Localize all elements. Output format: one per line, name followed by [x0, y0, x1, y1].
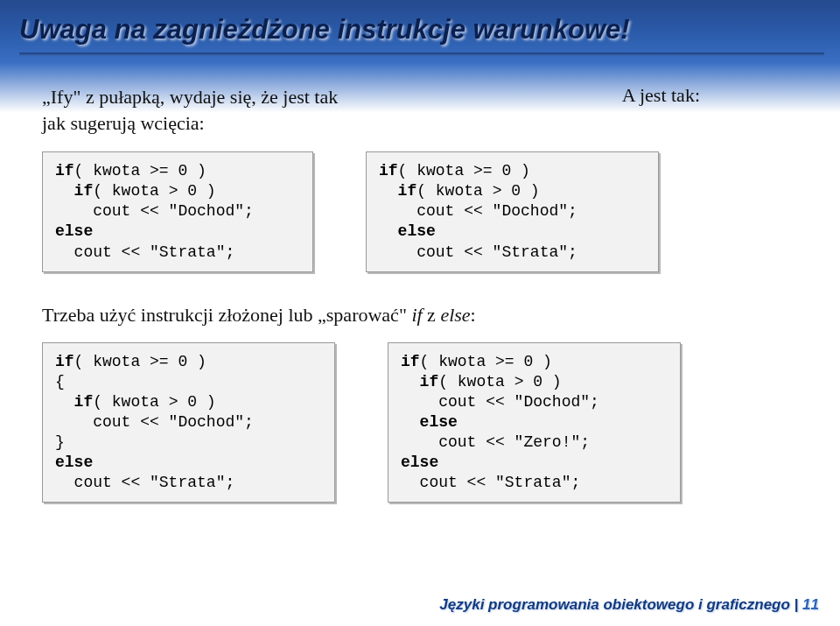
- kw-else: else: [401, 413, 458, 431]
- code-text: ( kwota > 0 ): [93, 182, 215, 200]
- code-text: cout << "Strata";: [401, 474, 580, 491]
- code-box-trap: if( kwota >= 0 ) if( kwota > 0 ) cout <<…: [42, 151, 313, 271]
- kw-else: else: [379, 222, 436, 240]
- kw-else: else: [401, 454, 438, 471]
- slide-footer: Języki programowania obiektowego i grafi…: [439, 596, 819, 614]
- mid-text: Trzeba użyć instrukcji złożonej lub „spa…: [42, 304, 805, 327]
- kw-if: if: [55, 182, 93, 200]
- mid-else: else: [440, 304, 470, 326]
- mid-t5: :: [471, 304, 476, 326]
- slide-title: Uwaga na zagnieżdżone instrukcje warunko…: [0, 0, 840, 53]
- code-box-braces: if( kwota >= 0 ) { if( kwota > 0 ) cout …: [42, 342, 335, 503]
- kw-else: else: [55, 222, 93, 240]
- code-row-1: if( kwota >= 0 ) if( kwota > 0 ) cout <<…: [42, 151, 805, 271]
- footer-text: Języki programowania obiektowego i grafi…: [439, 596, 790, 613]
- mid-if: if: [411, 304, 422, 326]
- code-text: cout << "Strata";: [379, 243, 578, 261]
- code-row-2: if( kwota >= 0 ) { if( kwota > 0 ) cout …: [42, 342, 805, 503]
- kw-if: if: [401, 373, 438, 390]
- code-text: cout << "Strata";: [55, 474, 234, 491]
- mid-t1: Trzeba użyć instrukcji złożonej lub „spa…: [42, 304, 411, 326]
- intro-row: „Ify" z pułapką, wydaje się, że jest tak…: [42, 84, 805, 136]
- code-text: cout << "Dochod";: [379, 202, 578, 220]
- kw-if: if: [379, 162, 398, 179]
- kw-if: if: [55, 353, 74, 370]
- kw-if: if: [55, 393, 93, 411]
- code-text: ( kwota >= 0 ): [398, 162, 530, 179]
- intro-left-line1: „Ify" z pułapką, wydaje się, że jest tak: [42, 86, 338, 108]
- page-number: 11: [802, 596, 819, 613]
- intro-left: „Ify" z pułapką, wydaje się, że jest tak…: [42, 84, 338, 136]
- code-text: cout << "Dochod";: [55, 202, 254, 220]
- code-text: cout << "Strata";: [55, 243, 234, 261]
- kw-if: if: [401, 353, 420, 370]
- code-text: cout << "Dochod";: [401, 393, 599, 411]
- code-text: ( kwota > 0 ): [93, 393, 215, 411]
- code-text: ( kwota >= 0 ): [420, 353, 552, 370]
- code-text: ( kwota > 0 ): [416, 182, 539, 200]
- footer-sep: |: [790, 596, 802, 613]
- code-text: cout << "Dochod";: [55, 413, 254, 431]
- mid-t3: z: [423, 304, 441, 326]
- code-text: {: [55, 373, 65, 390]
- code-text: ( kwota > 0 ): [438, 373, 561, 390]
- intro-left-line2: jak sugerują wcięcia:: [42, 112, 205, 134]
- code-box-paired: if( kwota >= 0 ) if( kwota > 0 ) cout <<…: [388, 342, 681, 503]
- code-text: cout << "Zero!";: [401, 433, 590, 451]
- intro-right: A jest tak:: [622, 84, 805, 136]
- kw-else: else: [55, 454, 93, 471]
- code-text: }: [55, 433, 65, 451]
- code-box-actual: if( kwota >= 0 ) if( kwota > 0 ) cout <<…: [366, 151, 659, 271]
- kw-if: if: [55, 162, 74, 179]
- code-text: ( kwota >= 0 ): [74, 162, 206, 179]
- slide-content: „Ify" z pułapką, wydaje się, że jest tak…: [0, 56, 840, 503]
- kw-if: if: [379, 182, 416, 200]
- code-text: ( kwota >= 0 ): [74, 353, 206, 370]
